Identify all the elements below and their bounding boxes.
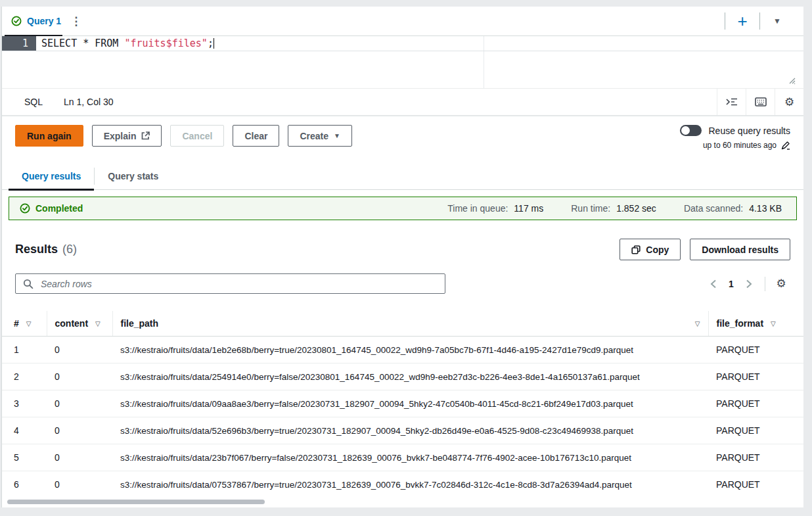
new-query-tab-button[interactable]: + xyxy=(725,7,759,35)
cell-content: 0 xyxy=(47,390,112,417)
keyboard-shortcuts-button[interactable] xyxy=(746,89,775,115)
filter-icon[interactable]: ▽ xyxy=(695,320,700,327)
column-header-file-path[interactable]: file_path▽ xyxy=(112,311,708,337)
cell-content: 0 xyxy=(47,417,112,444)
tab-query-stats[interactable]: Query stats xyxy=(95,163,171,189)
search-icon xyxy=(23,279,34,289)
results-count: (6) xyxy=(62,243,77,256)
results-table-body: 10s3://kestraio/fruits/data/1eb2e68b/ber… xyxy=(2,337,803,498)
tab-bar-controls: + ▼ xyxy=(725,7,803,35)
sql-semicolon: ; xyxy=(208,37,214,49)
explain-label: Explain xyxy=(104,131,137,141)
filter-icon[interactable]: ▽ xyxy=(771,320,776,327)
status-text: Completed xyxy=(35,203,83,214)
sql-string-literal: "fruits$files" xyxy=(124,37,207,49)
text-cursor xyxy=(214,38,214,49)
print-margin-line xyxy=(484,36,484,88)
column-header-num[interactable]: #▽ xyxy=(2,311,47,337)
sql-keyword-text: SELECT * FROM xyxy=(41,37,124,49)
toggle-knob xyxy=(681,126,690,135)
create-label: Create xyxy=(300,131,328,141)
sql-code-line[interactable]: SELECT * FROM "fruits$files"; xyxy=(41,36,214,51)
results-preferences-button[interactable]: ⚙ xyxy=(772,275,790,293)
table-row: 10s3://kestraio/fruits/data/1eb2e68b/ber… xyxy=(2,337,803,364)
results-header: Results (6) Copy Download results xyxy=(2,227,803,260)
column-header-content[interactable]: content▽ xyxy=(47,311,112,337)
tab-list-dropdown-button[interactable]: ▼ xyxy=(760,7,794,35)
results-title: Results xyxy=(15,243,58,256)
cell-file_format: PARQUET xyxy=(708,417,803,444)
query-results-tab-label: Query results xyxy=(22,171,81,181)
cursor-position-label: Ln 1, Col 30 xyxy=(64,97,114,107)
editor-settings-button[interactable]: ⚙ xyxy=(775,89,803,115)
reuse-query-results-block: Reuse query results up to 60 minutes ago xyxy=(680,125,790,150)
format-icon xyxy=(726,97,738,106)
caret-down-icon: ▼ xyxy=(334,132,340,139)
cell-num: 1 xyxy=(2,337,47,364)
tab-query-1[interactable]: Query 1 xyxy=(2,7,65,35)
table-row: 40s3://kestraio/fruits/data/52e696b3/ber… xyxy=(2,417,803,444)
clear-button[interactable]: Clear xyxy=(233,125,279,147)
cell-file_format: PARQUET xyxy=(708,364,803,390)
cell-content: 0 xyxy=(47,364,112,390)
chevron-left-icon xyxy=(710,279,717,289)
current-page-number: 1 xyxy=(723,279,740,289)
gear-icon: ⚙ xyxy=(784,97,794,108)
cell-num: 4 xyxy=(2,417,47,444)
cell-content: 0 xyxy=(47,444,112,471)
run-time-stat: Run time: 1.852 sec xyxy=(571,203,656,214)
query-actions-row: Run again Explain Cancel Clear Create ▼ … xyxy=(2,116,803,163)
explain-button[interactable]: Explain xyxy=(92,125,162,147)
results-toolbar: 1 ⚙ xyxy=(2,260,803,300)
filter-icon[interactable]: ▽ xyxy=(95,320,101,327)
editor-resize-handle[interactable] xyxy=(788,76,796,84)
tab-query-results[interactable]: Query results xyxy=(9,163,94,189)
status-bar-tools: ⚙ xyxy=(717,89,803,115)
external-link-icon xyxy=(141,131,150,140)
query-tab-label: Query 1 xyxy=(27,16,61,26)
create-dropdown-button[interactable]: Create ▼ xyxy=(288,125,352,147)
line-number-gutter: 1 xyxy=(2,36,36,51)
query-tab-bar: Query 1 ⋮ + ▼ xyxy=(2,7,803,36)
format-query-button[interactable] xyxy=(717,89,746,115)
filter-icon[interactable]: ▽ xyxy=(26,320,32,327)
caret-down-icon: ▼ xyxy=(773,16,781,26)
active-tab-underline xyxy=(9,189,94,191)
column-header-file-format[interactable]: file_format▽ xyxy=(708,311,803,337)
cell-file_format: PARQUET xyxy=(708,390,803,417)
editor-status-bar: SQL Ln 1, Col 30 ⚙ xyxy=(2,89,803,116)
search-rows-box xyxy=(15,273,445,294)
search-rows-input[interactable] xyxy=(39,278,438,290)
plus-icon: + xyxy=(737,12,747,30)
previous-page-button[interactable] xyxy=(704,275,723,293)
active-line-border xyxy=(2,51,803,51)
next-page-button[interactable] xyxy=(740,275,758,293)
cell-file_path: s3://kestraio/fruits/data/1eb2e68b/berry… xyxy=(112,337,708,364)
table-row: 60s3://kestraio/fruits/data/07537867/ber… xyxy=(2,471,803,498)
pagination: 1 ⚙ xyxy=(704,275,790,293)
cell-file_path: s3://kestraio/fruits/data/09aa8ae3/berry… xyxy=(112,390,708,417)
cell-file_format: PARQUET xyxy=(708,471,803,498)
results-table: #▽ content▽ file_path▽ file_format▽ 10s3… xyxy=(2,311,803,498)
cancel-button[interactable]: Cancel xyxy=(170,125,224,147)
sql-editor[interactable]: 1 SELECT * FROM "fruits$files"; xyxy=(2,36,803,89)
cell-file_path: s3://kestraio/fruits/data/254914e0/berry… xyxy=(112,364,708,390)
success-check-icon xyxy=(20,203,30,214)
query-editor-card: Query 1 ⋮ + ▼ 1 SELECT * FROM "fruits$fi… xyxy=(1,7,803,507)
run-again-button[interactable]: Run again xyxy=(15,125,83,147)
tab-kebab-menu-icon[interactable]: ⋮ xyxy=(65,12,87,31)
copy-button[interactable]: Copy xyxy=(620,239,681,260)
data-scanned-stat: Data scanned: 4.13 KB xyxy=(684,203,782,214)
status-bar-info: SQL Ln 1, Col 30 xyxy=(24,97,114,107)
query-stats-summary: Time in queue: 117 ms Run time: 1.852 se… xyxy=(447,203,786,214)
scrollbar-thumb[interactable] xyxy=(7,500,265,504)
download-results-button[interactable]: Download results xyxy=(690,239,790,260)
table-row: 50s3://kestraio/fruits/data/23b7f067/ber… xyxy=(2,444,803,471)
copy-icon xyxy=(631,245,641,254)
horizontal-scrollbar xyxy=(2,497,803,507)
gear-icon: ⚙ xyxy=(776,278,786,289)
table-row: 20s3://kestraio/fruits/data/254914e0/ber… xyxy=(2,364,803,390)
cell-content: 0 xyxy=(47,337,112,364)
reuse-results-toggle[interactable] xyxy=(680,125,702,136)
edit-pencil-icon[interactable] xyxy=(781,141,790,150)
